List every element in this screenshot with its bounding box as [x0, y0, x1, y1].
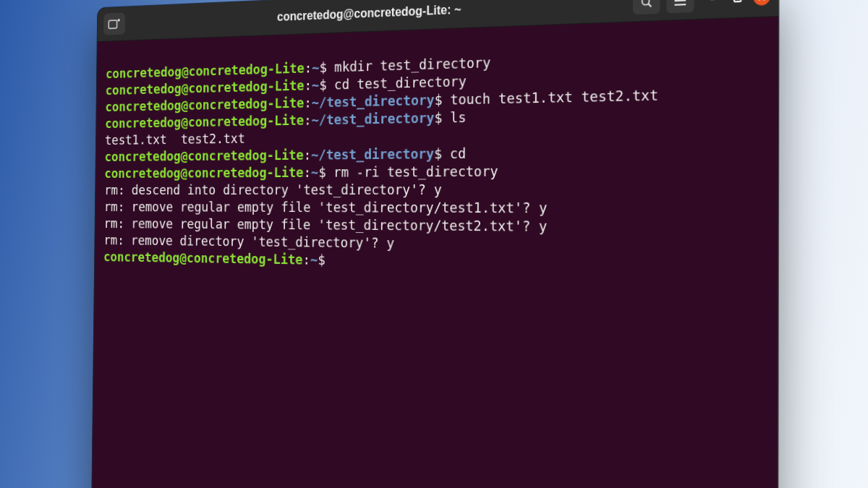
prompt-sep: : — [304, 147, 312, 163]
command-text: ls — [442, 109, 466, 126]
prompt-path: ~ — [312, 59, 320, 75]
search-icon — [640, 0, 653, 9]
new-tab-button[interactable] — [103, 13, 125, 35]
hamburger-icon — [673, 0, 686, 7]
search-button[interactable] — [633, 0, 660, 14]
prompt-sigil: $ — [319, 77, 327, 93]
output-line: rm: descend into directory 'test_directo… — [104, 181, 442, 198]
prompt-sigil: $ — [435, 91, 443, 108]
prompt-sep: : — [304, 112, 312, 128]
prompt-userhost: concretedog@concretedog-Lite — [103, 249, 303, 267]
terminal-line: concretedog@concretedog-Lite:~$ rm -ri t… — [104, 163, 498, 181]
minimize-button[interactable] — [707, 0, 722, 7]
new-tab-icon — [108, 18, 121, 30]
svg-rect-0 — [109, 20, 116, 28]
prompt-sep: : — [304, 95, 312, 111]
maximize-button[interactable] — [730, 0, 745, 6]
prompt-userhost: concretedog@concretedog-Lite — [105, 95, 304, 114]
terminal-line: concretedog@concretedog-Lite:~$ — [103, 249, 326, 267]
prompt-path: ~ — [310, 252, 318, 267]
terminal-window: concretedog@concretedog-Lite: ~ — [90, 0, 779, 488]
output-line: rm: remove directory 'test_directory'? y — [103, 232, 394, 251]
prompt-path: ~ — [312, 77, 320, 93]
prompt-path: ~/test_directory — [312, 92, 435, 111]
prompt-path: ~/test_directory — [311, 145, 434, 163]
svg-line-7 — [675, 4, 686, 5]
command-text: mkdir test_directory — [327, 54, 491, 75]
prompt-path: ~ — [311, 164, 319, 180]
prompt-sigil: $ — [318, 252, 326, 267]
prompt-sigil: $ — [318, 164, 326, 180]
prompt-path: ~/test_directory — [311, 110, 434, 128]
terminal-body[interactable]: concretedog@concretedog-Lite:~$ mkdir te… — [90, 17, 778, 488]
terminal-line: concretedog@concretedog-Lite:~/test_dire… — [105, 145, 467, 165]
svg-line-6 — [675, 0, 686, 1]
close-button[interactable] — [754, 0, 770, 6]
prompt-sep: : — [305, 59, 312, 75]
prompt-sigil: $ — [434, 109, 442, 126]
prompt-sigil: $ — [319, 59, 327, 75]
prompt-sep: : — [305, 77, 312, 93]
menu-button[interactable] — [666, 0, 694, 14]
output-line: test1.txt test2.txt — [105, 130, 245, 147]
output-line: rm: remove regular empty file 'test_dire… — [104, 199, 548, 216]
command-text: cd test_directory — [327, 73, 467, 93]
prompt-userhost: concretedog@concretedog-Lite — [105, 147, 304, 164]
command-text: touch test1.txt test2.txt — [442, 87, 658, 108]
svg-line-4 — [648, 4, 651, 7]
prompt-sigil: $ — [434, 145, 442, 162]
prompt-userhost: concretedog@concretedog-Lite — [105, 112, 304, 131]
prompt-sep: : — [302, 252, 310, 267]
command-text: cd — [442, 145, 466, 162]
prompt-userhost: concretedog@concretedog-Lite — [104, 164, 303, 181]
prompt-sep: : — [304, 164, 312, 180]
output-line: rm: remove regular empty file 'test_dire… — [104, 215, 548, 234]
command-text: rm -ri test_directory — [326, 163, 498, 180]
